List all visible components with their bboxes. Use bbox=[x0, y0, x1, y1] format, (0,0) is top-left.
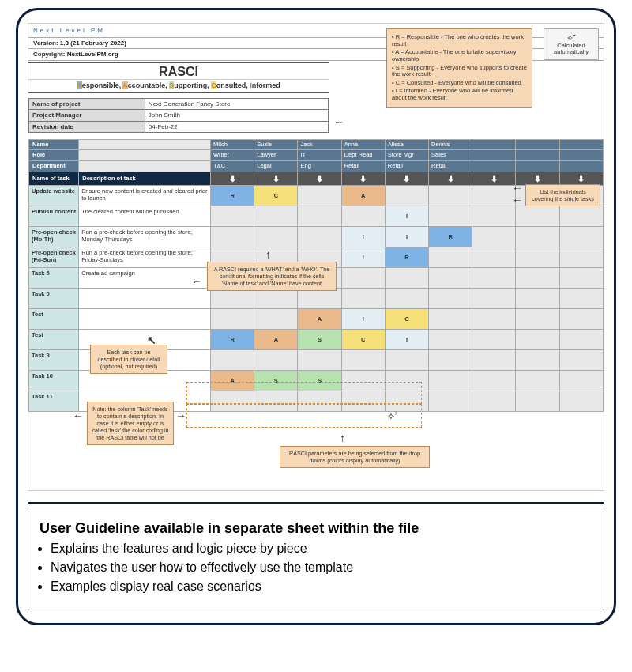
rasci-cell[interactable] bbox=[429, 391, 472, 412]
rasci-cell[interactable]: S bbox=[254, 371, 298, 391]
person-name[interactable]: Suzie bbox=[254, 139, 298, 150]
person-dept[interactable]: Eng bbox=[298, 161, 341, 172]
person-role[interactable]: Sales bbox=[429, 150, 472, 161]
rasci-cell[interactable] bbox=[429, 330, 472, 350]
rasci-cell[interactable] bbox=[559, 227, 603, 247]
rasci-cell[interactable] bbox=[341, 391, 385, 412]
rasci-cell[interactable]: A bbox=[254, 330, 298, 350]
rasci-cell[interactable] bbox=[472, 247, 516, 268]
person-role[interactable]: Dept Head bbox=[341, 150, 385, 161]
rasci-cell[interactable] bbox=[429, 247, 472, 268]
rasci-cell[interactable]: I bbox=[341, 227, 385, 247]
rasci-cell[interactable] bbox=[385, 350, 428, 371]
rasci-cell[interactable] bbox=[254, 289, 298, 309]
rasci-cell[interactable] bbox=[254, 227, 298, 247]
rasci-cell[interactable]: I bbox=[385, 330, 428, 350]
rasci-cell[interactable]: R bbox=[429, 227, 472, 247]
rasci-cell[interactable]: A bbox=[298, 309, 341, 330]
person-name[interactable]: Jack bbox=[298, 139, 341, 150]
rasci-cell[interactable]: C bbox=[254, 186, 298, 206]
rasci-cell[interactable] bbox=[341, 350, 385, 371]
person-dept[interactable]: Retail bbox=[385, 161, 428, 172]
rasci-cell[interactable] bbox=[559, 289, 603, 309]
rasci-cell[interactable]: R bbox=[211, 330, 254, 350]
rasci-cell[interactable] bbox=[516, 289, 559, 309]
rasci-cell[interactable] bbox=[559, 330, 603, 350]
task-desc[interactable]: Run a pre-check before opening the store… bbox=[79, 227, 211, 247]
rasci-cell[interactable] bbox=[429, 350, 472, 371]
rasci-cell[interactable] bbox=[341, 206, 385, 227]
task-name[interactable]: Task 9 bbox=[29, 350, 79, 371]
rasci-cell[interactable] bbox=[559, 309, 603, 330]
rasci-cell[interactable] bbox=[516, 371, 559, 391]
rasci-cell[interactable] bbox=[211, 227, 254, 247]
rasci-cell[interactable] bbox=[472, 350, 516, 371]
rasci-cell[interactable]: I bbox=[385, 206, 428, 227]
rasci-cell[interactable]: S bbox=[298, 371, 341, 391]
rasci-cell[interactable] bbox=[254, 350, 298, 371]
person-role[interactable]: IT bbox=[298, 150, 341, 161]
person-dept[interactable]: Legal bbox=[254, 161, 298, 172]
rasci-cell[interactable] bbox=[559, 350, 603, 371]
rasci-cell[interactable] bbox=[559, 206, 603, 227]
rasci-cell[interactable] bbox=[211, 309, 254, 330]
rasci-cell[interactable] bbox=[516, 330, 559, 350]
rasci-cell[interactable] bbox=[385, 371, 428, 391]
rasci-cell[interactable] bbox=[429, 206, 472, 227]
rasci-cell[interactable] bbox=[385, 186, 428, 206]
person-role[interactable]: Store Mgr bbox=[385, 150, 428, 161]
task-desc[interactable]: Run a pre-check before opening the store… bbox=[79, 247, 211, 268]
task-name[interactable]: Test bbox=[29, 309, 79, 330]
task-name[interactable]: Test bbox=[29, 330, 79, 350]
rasci-cell[interactable] bbox=[472, 186, 516, 206]
rasci-cell[interactable] bbox=[385, 268, 428, 289]
rasci-cell[interactable] bbox=[211, 350, 254, 371]
task-name[interactable]: Pre-open check (Mo-Th) bbox=[29, 227, 79, 247]
rasci-cell[interactable] bbox=[298, 350, 341, 371]
rasci-cell[interactable] bbox=[298, 206, 341, 227]
person-dept[interactable]: Retail bbox=[429, 161, 472, 172]
rasci-cell[interactable] bbox=[429, 289, 472, 309]
rasci-cell[interactable] bbox=[472, 371, 516, 391]
rasci-cell[interactable] bbox=[298, 289, 341, 309]
person-name[interactable]: Dennis bbox=[429, 139, 472, 150]
rasci-cell[interactable] bbox=[385, 289, 428, 309]
rasci-cell[interactable] bbox=[559, 268, 603, 289]
rasci-cell[interactable]: C bbox=[341, 330, 385, 350]
rasci-cell[interactable] bbox=[341, 289, 385, 309]
rasci-cell[interactable] bbox=[211, 391, 254, 412]
rasci-cell[interactable]: A bbox=[211, 371, 254, 391]
rasci-cell[interactable] bbox=[472, 309, 516, 330]
person-dept[interactable]: Retail bbox=[341, 161, 385, 172]
rasci-cell[interactable] bbox=[559, 391, 603, 412]
person-dept[interactable]: T&C bbox=[211, 161, 254, 172]
rasci-cell[interactable] bbox=[516, 350, 559, 371]
rasci-cell[interactable] bbox=[298, 227, 341, 247]
rasci-cell[interactable] bbox=[298, 391, 341, 412]
rasci-cell[interactable] bbox=[516, 247, 559, 268]
rasci-cell[interactable] bbox=[472, 330, 516, 350]
rasci-cell[interactable] bbox=[516, 391, 559, 412]
task-desc[interactable]: The cleared content will be published bbox=[79, 206, 211, 227]
person-name[interactable]: Alissa bbox=[385, 139, 428, 150]
task-name[interactable]: Publish content bbox=[29, 206, 79, 227]
rasci-cell[interactable]: I bbox=[385, 227, 428, 247]
person-name[interactable]: Anna bbox=[341, 139, 385, 150]
rasci-cell[interactable] bbox=[254, 309, 298, 330]
rasci-cell[interactable]: R bbox=[385, 247, 428, 268]
rasci-cell[interactable] bbox=[254, 206, 298, 227]
task-name[interactable]: Pre-open check (Fri-Sun) bbox=[29, 247, 79, 268]
rasci-cell[interactable]: A bbox=[341, 186, 385, 206]
rasci-cell[interactable] bbox=[429, 371, 472, 391]
rasci-cell[interactable]: R bbox=[211, 186, 254, 206]
person-role[interactable]: Lawyer bbox=[254, 150, 298, 161]
rasci-cell[interactable] bbox=[516, 268, 559, 289]
rasci-cell[interactable]: I bbox=[341, 309, 385, 330]
rasci-cell[interactable] bbox=[254, 391, 298, 412]
rasci-cell[interactable] bbox=[211, 206, 254, 227]
task-name[interactable]: Task 10 bbox=[29, 371, 79, 391]
rasci-cell[interactable] bbox=[559, 247, 603, 268]
rasci-cell[interactable]: S bbox=[298, 330, 341, 350]
rasci-cell[interactable]: I bbox=[341, 247, 385, 268]
rasci-cell[interactable] bbox=[429, 309, 472, 330]
